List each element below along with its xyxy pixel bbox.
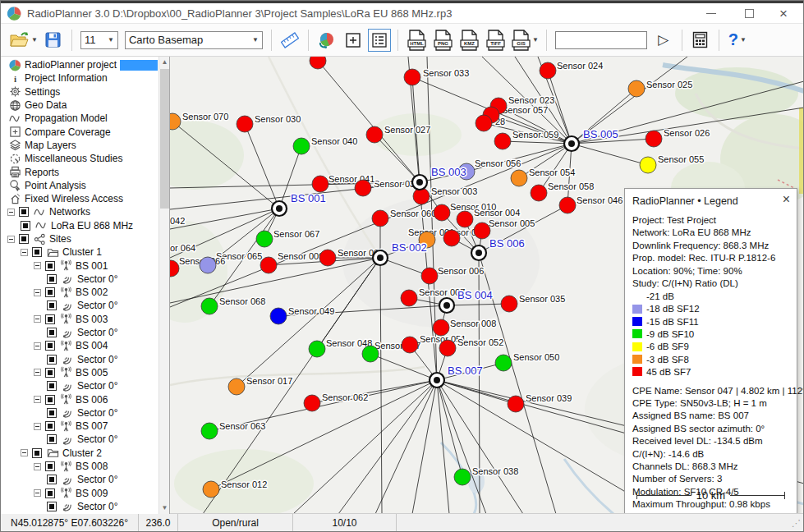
sensor-dot-sensor-006[interactable] xyxy=(421,268,438,284)
maximize-button[interactable] xyxy=(733,3,765,23)
export-gis-button[interactable]: GIS▼ xyxy=(510,29,540,52)
tree-checkbox[interactable] xyxy=(45,368,55,378)
tree-expander-icon[interactable] xyxy=(34,342,41,350)
help-button[interactable]: ? ▼ xyxy=(726,29,749,52)
sensor-dot-sensor-059[interactable] xyxy=(494,133,511,149)
sensor-dot-s28[interactable] xyxy=(476,115,492,131)
sensor-dot-sensor-062[interactable] xyxy=(304,395,320,411)
tree-checkbox[interactable] xyxy=(47,300,57,310)
sensor-dot-sensor-039[interactable] xyxy=(508,396,524,412)
calculator-button[interactable] xyxy=(689,29,712,52)
tree-item-geo-data[interactable]: Geo Data xyxy=(1,99,159,112)
tree-expander-icon[interactable] xyxy=(34,369,41,376)
sensor-dot-sensor-012[interactable] xyxy=(203,481,219,498)
tree-checkbox[interactable] xyxy=(47,408,57,418)
scrollbar-thumb[interactable] xyxy=(160,69,169,209)
tree-checkbox[interactable] xyxy=(45,341,55,351)
tree-checkbox[interactable] xyxy=(21,221,30,231)
tree-item-map-layers[interactable]: Map Layers xyxy=(1,139,159,152)
sensor-dot-sensor-049[interactable] xyxy=(270,308,287,324)
basemap-select[interactable]: Carto Basemap ▼ xyxy=(125,31,263,49)
tree-item-sector-0-[interactable]: Sector 0° xyxy=(1,326,159,339)
tree-item-project-information[interactable]: iProject Information xyxy=(1,71,159,85)
tree-checkbox[interactable] xyxy=(32,448,42,458)
tree-expander-icon[interactable] xyxy=(34,262,41,269)
resize-grip[interactable]: ⋰ xyxy=(792,518,800,529)
tree-expander-icon[interactable] xyxy=(34,463,41,470)
sensor-dot-sensor-004[interactable] xyxy=(457,211,473,227)
bs-symbol-bs-005[interactable]: BS 005 xyxy=(564,128,618,151)
tree-checkbox[interactable] xyxy=(45,421,55,431)
sensor-dot-sensor-008[interactable] xyxy=(433,319,449,336)
tree-item-cluster-1[interactable]: Cluster 1 xyxy=(1,245,159,259)
tree-item-sector-0-[interactable]: Sector 0° xyxy=(1,273,159,286)
tree-expander-icon[interactable] xyxy=(34,396,41,403)
minimize-button[interactable] xyxy=(695,3,728,23)
tree-expander-icon[interactable] xyxy=(34,289,41,296)
sensor-dot-sensor-007[interactable] xyxy=(401,290,417,306)
sensor-dot-sensor-025[interactable] xyxy=(628,80,645,97)
tree-item-networks[interactable]: Networks xyxy=(1,205,159,218)
sensor-dot-sensor-060[interactable] xyxy=(372,210,388,227)
sensor-dot-sensor-046[interactable] xyxy=(559,197,576,213)
tree-checkbox[interactable] xyxy=(47,502,57,511)
tree-expander-icon[interactable] xyxy=(21,249,28,256)
tree-expander-icon[interactable] xyxy=(34,315,41,323)
tree-checkbox[interactable] xyxy=(47,381,57,391)
tree-item-lora-eu-868-mhz[interactable]: LoRa EU 868 MHz xyxy=(1,219,159,232)
tree-item-cluster-2[interactable]: Cluster 2 xyxy=(1,447,159,460)
sensor-dot-sensor-047[interactable] xyxy=(362,346,379,362)
tree-checkbox[interactable] xyxy=(45,488,55,498)
sensor-dot-sensor-065[interactable] xyxy=(260,257,277,273)
map-area[interactable]: Sensor 033Sensor 024Sensor 025Sensor 070… xyxy=(170,57,803,513)
tree-checkbox[interactable] xyxy=(47,328,57,337)
bs-symbol-bs-007[interactable]: BS 007 xyxy=(430,365,483,388)
tree-expander-icon[interactable] xyxy=(34,423,41,430)
sensor-dot-sensor-005[interactable] xyxy=(474,222,490,239)
tree-item-reports[interactable]: Reports xyxy=(1,165,159,178)
tree-expander-icon[interactable] xyxy=(7,209,15,216)
sensor-dot-sensor-027[interactable] xyxy=(366,126,383,143)
sensor-dot-sensor-067[interactable] xyxy=(256,231,273,247)
sensor-dot-sensor-033[interactable] xyxy=(404,69,420,85)
tree-item-miscellaneous-studies[interactable]: Miscellaneous Studies xyxy=(1,152,159,165)
sensor-dot-sensor-030[interactable] xyxy=(237,116,253,132)
tree-item-bs-001[interactable]: BS 001 xyxy=(1,259,159,272)
sensor-dot-sensor-052[interactable] xyxy=(439,340,456,356)
tree-item-bs-005[interactable]: BS 005 xyxy=(1,366,159,379)
sensor-dot-sensor-003[interactable] xyxy=(413,188,430,204)
sensor-dot-sensor-011[interactable] xyxy=(443,230,460,246)
tree-item-sites[interactable]: Sites xyxy=(1,232,159,245)
tree-item-fixed-wireless-access[interactable]: Fixed Wireless Access xyxy=(1,192,159,205)
sensor-dot-sensor-038[interactable] xyxy=(454,469,471,485)
tree-item-sector-0-[interactable]: Sector 0° xyxy=(1,299,159,312)
tree-item-bs-002[interactable]: BS 002 xyxy=(1,286,159,299)
tree-checkbox[interactable] xyxy=(32,247,42,257)
export-tiff-button[interactable]: TIFF xyxy=(484,29,507,52)
sensor-dot-sensor-024[interactable] xyxy=(540,62,556,79)
tree-item-sector-0-[interactable]: Sector 0° xyxy=(1,353,159,366)
tree-item-sector-0-[interactable]: Sector 0° xyxy=(1,406,159,420)
sensor-dot-sensor-051[interactable] xyxy=(402,337,418,353)
scroll-up-icon[interactable]: ▲ xyxy=(159,57,170,68)
show-legend-button[interactable] xyxy=(368,29,391,52)
bs-symbol-bs-001[interactable]: BS 001 xyxy=(272,192,326,216)
sensor-dot-sensor-040[interactable] xyxy=(293,138,310,154)
tree-item-propagation-model[interactable]: Propagation Model xyxy=(1,112,159,125)
sensor-dot-sensor-035[interactable] xyxy=(501,296,517,312)
tree-checkbox[interactable] xyxy=(45,395,55,405)
open-dropdown-arrow[interactable]: ▼ xyxy=(31,36,38,44)
tree-expander-icon[interactable] xyxy=(7,236,15,243)
sensor-dot-sensor-017[interactable] xyxy=(228,378,245,395)
sensor-dot-sensor-03[interactable] xyxy=(355,180,371,196)
tree-scrollbar[interactable]: ▲ ▼ xyxy=(159,57,169,514)
export-html-button[interactable]: HTML xyxy=(405,29,428,52)
sensor-dot-sensor-050[interactable] xyxy=(495,355,512,371)
tree-item-bs-008[interactable]: BS 008 xyxy=(1,460,159,473)
tree-checkbox[interactable] xyxy=(47,434,57,444)
tree-item-bs-006[interactable]: BS 006 xyxy=(1,392,159,406)
tree-checkbox[interactable] xyxy=(47,274,57,284)
help-dropdown-arrow[interactable]: ▼ xyxy=(740,36,747,44)
coverage-calculation-button[interactable] xyxy=(315,29,338,52)
sensor-dot-sensor-002[interactable] xyxy=(319,250,336,266)
